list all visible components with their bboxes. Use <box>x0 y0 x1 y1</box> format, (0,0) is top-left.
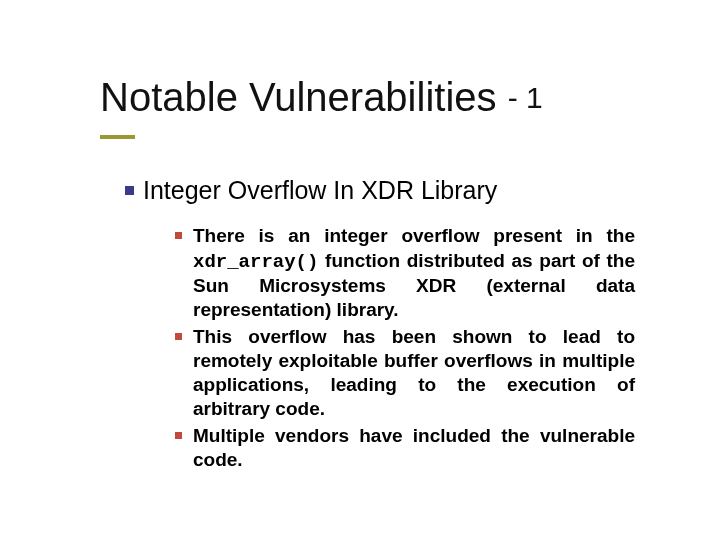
square-bullet-icon <box>175 232 182 239</box>
code-literal: xdr_array() <box>193 251 318 273</box>
title-suffix: - 1 <box>508 81 543 114</box>
title-accent-bar <box>100 135 135 139</box>
slide-title: Notable Vulnerabilities - 1 <box>100 75 680 120</box>
bullet-text: There is an integer overflow present in … <box>193 224 635 322</box>
bullet-level1: Integer Overflow In XDR Library There is… <box>125 175 635 472</box>
bullet-text: Multiple vendors have included the vulne… <box>193 424 635 473</box>
title-main: Notable Vulnerabilities <box>100 75 497 119</box>
sub-bullet-list: There is an integer overflow present in … <box>175 224 635 472</box>
square-bullet-icon <box>125 186 134 195</box>
title-text: Notable Vulnerabilities - 1 <box>100 75 543 119</box>
bullet-level2: This overflow has been shown to lead to … <box>175 325 635 422</box>
bullet-level2: Multiple vendors have included the vulne… <box>175 424 635 473</box>
bullet-text: This overflow has been shown to lead to … <box>193 325 635 422</box>
square-bullet-icon <box>175 333 182 340</box>
slide: Notable Vulnerabilities - 1 Integer Over… <box>0 0 720 540</box>
slide-body: Integer Overflow In XDR Library There is… <box>125 175 635 484</box>
bullet-heading: Integer Overflow In XDR Library <box>143 176 497 204</box>
text-pre: There is an integer overflow present in … <box>193 225 635 246</box>
square-bullet-icon <box>175 432 182 439</box>
bullet-level2: There is an integer overflow present in … <box>175 224 635 322</box>
